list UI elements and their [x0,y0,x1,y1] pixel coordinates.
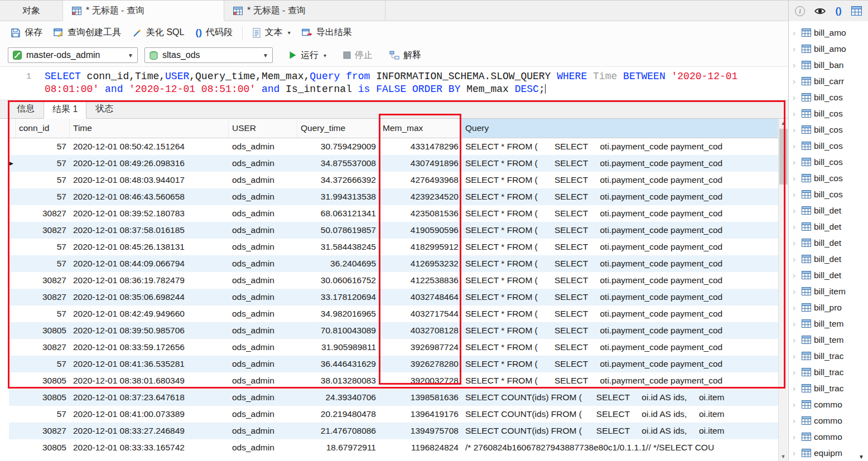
table-row[interactable]: 572020-12-01 08:48:03.944017ods_admin34.… [9,172,778,188]
scroll-up-arrow-icon[interactable]: ▲ [779,119,788,128]
sidebar-item-bill_det[interactable]: ›bill_det [789,219,868,235]
explain-button[interactable]: 解释 [384,47,426,64]
sidebar-item-bill_ban[interactable]: ›bill_ban [789,57,868,73]
cell-mem-max[interactable]: 4276493968 [379,172,462,188]
cell-query-time[interactable]: 18.67972911 [297,439,379,456]
sidebar-item-bill_tem[interactable]: ›bill_tem [789,332,868,348]
cell-user[interactable]: ods_admin [229,188,297,205]
cell-mem-max[interactable]: 4235081536 [379,205,462,222]
cell-query-time[interactable]: 30.060616752 [297,272,379,289]
database-select[interactable]: sltas_ods ▼ [144,47,273,63]
col-header-query-time[interactable]: Query_time [297,119,379,138]
sidebar-item-bill_cos[interactable]: ›bill_cos [789,105,868,122]
cell-user[interactable]: ods_admin [229,239,297,255]
cell-time[interactable]: 2020-12-01 08:33:33.165742 [70,439,229,456]
cell-time[interactable]: 2020-12-01 08:33:59.172656 [70,339,229,356]
cell-user[interactable]: ods_admin [229,272,297,289]
cell-time[interactable]: 2020-12-01 08:50:42.151264 [70,138,229,155]
cell-user[interactable]: ods_admin [229,305,297,322]
tab-query-2[interactable]: * 无标题 - 查询 [224,1,385,21]
cell-time[interactable]: 2020-12-01 08:38:01.680349 [70,372,229,389]
cell-query[interactable]: SELECT * FROM ( SELECT oti.payment_code … [462,239,778,255]
cell-query[interactable]: SELECT * FROM ( SELECT oti.payment_code … [462,205,778,222]
beautify-sql-button[interactable]: 美化 SQL [127,24,189,41]
cell-query[interactable]: SELECT * FROM ( SELECT oti.payment_code … [462,272,778,289]
cell-query[interactable]: SELECT * FROM ( SELECT oti.payment_code … [462,255,778,272]
tab-objects[interactable]: 对象 [0,1,63,21]
cell-user[interactable]: ods_admin [229,372,297,389]
cell-mem-max[interactable]: 3926987724 [379,339,462,356]
sidebar-item-commo[interactable]: ›commo [789,396,868,413]
cell-time[interactable]: 2020-12-01 08:35:06.698244 [70,289,229,305]
cell-query-time[interactable]: 31.584438245 [297,239,379,255]
sidebar-item-bill_carr[interactable]: ›bill_carr [789,73,868,89]
sidebar-item-bill_trac[interactable]: ›bill_trac [789,380,868,396]
cell-conn-id[interactable]: 57 [16,239,70,255]
cell-query-time[interactable]: 68.063121341 [297,205,379,222]
cell-mem-max[interactable]: 4126953232 [379,255,462,272]
cell-conn-id[interactable]: 30827 [16,339,70,356]
sidebar-item-equipm[interactable]: ›equipm [789,445,868,461]
cell-conn-id[interactable]: 30805 [16,439,70,456]
cell-query[interactable]: SELECT * FROM ( SELECT oti.payment_code … [462,356,778,372]
sidebar-item-commo[interactable]: ›commo [789,429,868,445]
cell-time[interactable]: 2020-12-01 08:41:36.535281 [70,356,229,372]
cell-user[interactable]: ods_admin [229,205,297,222]
cell-query-time[interactable]: 20.219480478 [297,406,379,423]
table-row[interactable]: 308272020-12-01 08:35:06.698244ods_admin… [9,289,778,305]
cell-query[interactable]: SELECT * FROM ( SELECT oti.payment_code … [462,155,778,172]
cell-query[interactable]: SELECT COUNT(ids) FROM ( SELECT oi.id AS… [462,406,778,423]
sidebar-item-bill_amo[interactable]: ›bill_amo [789,25,868,41]
cell-query-time[interactable]: 21.476708086 [297,423,379,439]
sidebar-item-bill_pro[interactable]: ›bill_pro [789,299,868,316]
cell-query[interactable]: SELECT * FROM ( SELECT oti.payment_code … [462,188,778,205]
cell-conn-id[interactable]: 57 [16,356,70,372]
cell-conn-id[interactable]: 57 [16,172,70,188]
cell-time[interactable]: 2020-12-01 08:46:43.560658 [70,188,229,205]
table-row[interactable]: 308272020-12-01 08:37:58.016185ods_admin… [9,222,778,239]
cell-query-time[interactable]: 34.372666392 [297,172,379,188]
cell-conn-id[interactable]: 57 [16,406,70,423]
cell-mem-max[interactable]: 3920032728 [379,372,462,389]
cell-query[interactable]: SELECT * FROM ( SELECT oti.payment_code … [462,322,778,339]
sidebar-item-bill_det[interactable]: ›bill_det [789,251,868,267]
cell-time[interactable]: 2020-12-01 08:44:09.066794 [70,255,229,272]
table-row[interactable]: 308272020-12-01 08:33:59.172656ods_admin… [9,339,778,356]
cell-time[interactable]: 2020-12-01 08:37:23.647618 [70,389,229,406]
cell-user[interactable]: ods_admin [229,339,297,356]
cell-conn-id[interactable]: 30827 [16,205,70,222]
export-result-button[interactable]: 导出结果 [297,24,357,41]
cell-conn-id[interactable]: 57 [16,155,70,172]
sidebar-item-bill_cos[interactable]: ›bill_cos [789,154,868,170]
cell-time[interactable]: 2020-12-01 08:41:00.073389 [70,406,229,423]
cell-query-time[interactable]: 36.2404695 [297,255,379,272]
table-row[interactable]: 308052020-12-01 08:37:23.647618ods_admin… [9,389,778,406]
col-header-user[interactable]: USER [229,119,297,138]
cell-user[interactable]: ods_admin [229,322,297,339]
table-row[interactable]: 572020-12-01 08:45:26.138131ods_admin31.… [9,239,778,255]
table-row[interactable]: ▶572020-12-01 08:49:26.098316ods_admin34… [9,155,778,172]
cell-query[interactable]: SELECT * FROM ( SELECT oti.payment_code … [462,372,778,389]
cell-conn-id[interactable]: 30805 [16,372,70,389]
cell-mem-max[interactable]: 3926278280 [379,356,462,372]
sidebar-item-bill_det[interactable]: ›bill_det [789,235,868,251]
cell-user[interactable]: ods_admin [229,423,297,439]
cell-time[interactable]: 2020-12-01 08:39:50.985706 [70,322,229,339]
table-row[interactable]: 572020-12-01 08:50:42.151264ods_admin30.… [9,138,778,155]
cell-query-time[interactable]: 33.178120694 [297,289,379,305]
cell-time[interactable]: 2020-12-01 08:42:49.949660 [70,305,229,322]
cell-mem-max[interactable]: 1196824824 [379,439,462,456]
cell-time[interactable]: 2020-12-01 08:45:26.138131 [70,239,229,255]
table-row[interactable]: 572020-12-01 08:41:36.535281ods_admin36.… [9,356,778,372]
cell-mem-max[interactable]: 4032748464 [379,289,462,305]
result-tab-status[interactable]: 状态 [86,100,122,118]
snippet-parentheses-icon[interactable]: () [835,6,841,17]
cell-time[interactable]: 2020-12-01 08:48:03.944017 [70,172,229,188]
stop-button[interactable]: 停止 [338,47,378,64]
cell-query-time[interactable]: 34.875537008 [297,155,379,172]
cell-conn-id[interactable]: 57 [16,305,70,322]
sidebar-scroll-down-arrow-icon[interactable]: ▼ [859,454,864,460]
cell-user[interactable]: ods_admin [229,255,297,272]
cell-mem-max[interactable]: 4190590596 [379,222,462,239]
cell-query-time[interactable]: 50.078619857 [297,222,379,239]
